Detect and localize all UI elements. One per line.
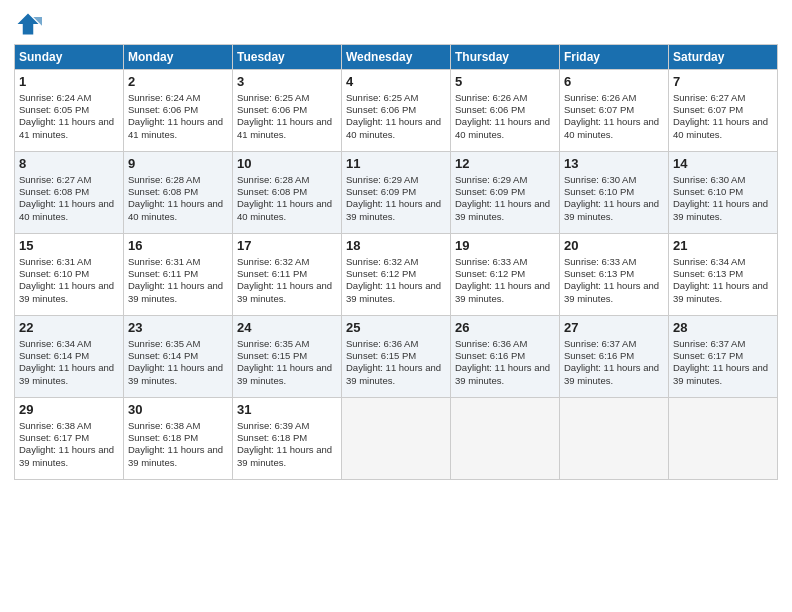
day-number: 2 [128,73,228,91]
day-info: Sunrise: 6:25 AMSunset: 6:06 PMDaylight:… [346,92,446,141]
day-number: 16 [128,237,228,255]
day-info: Sunrise: 6:37 AMSunset: 6:17 PMDaylight:… [673,338,773,387]
page: SundayMondayTuesdayWednesdayThursdayFrid… [0,0,792,612]
col-header-saturday: Saturday [669,45,778,70]
col-header-monday: Monday [124,45,233,70]
day-number: 17 [237,237,337,255]
day-number: 10 [237,155,337,173]
col-header-sunday: Sunday [15,45,124,70]
day-cell: 15Sunrise: 6:31 AMSunset: 6:10 PMDayligh… [15,234,124,316]
day-cell: 17Sunrise: 6:32 AMSunset: 6:11 PMDayligh… [233,234,342,316]
day-cell [451,398,560,480]
day-cell: 13Sunrise: 6:30 AMSunset: 6:10 PMDayligh… [560,152,669,234]
day-cell [669,398,778,480]
day-cell: 4Sunrise: 6:25 AMSunset: 6:06 PMDaylight… [342,70,451,152]
day-cell: 18Sunrise: 6:32 AMSunset: 6:12 PMDayligh… [342,234,451,316]
day-info: Sunrise: 6:38 AMSunset: 6:17 PMDaylight:… [19,420,119,469]
day-number: 22 [19,319,119,337]
day-cell: 6Sunrise: 6:26 AMSunset: 6:07 PMDaylight… [560,70,669,152]
day-cell: 3Sunrise: 6:25 AMSunset: 6:06 PMDaylight… [233,70,342,152]
day-cell: 16Sunrise: 6:31 AMSunset: 6:11 PMDayligh… [124,234,233,316]
day-cell [560,398,669,480]
day-cell: 1Sunrise: 6:24 AMSunset: 6:05 PMDaylight… [15,70,124,152]
day-number: 1 [19,73,119,91]
week-row-3: 15Sunrise: 6:31 AMSunset: 6:10 PMDayligh… [15,234,778,316]
day-number: 5 [455,73,555,91]
day-info: Sunrise: 6:29 AMSunset: 6:09 PMDaylight:… [346,174,446,223]
day-number: 11 [346,155,446,173]
day-info: Sunrise: 6:39 AMSunset: 6:18 PMDaylight:… [237,420,337,469]
day-info: Sunrise: 6:33 AMSunset: 6:13 PMDaylight:… [564,256,664,305]
day-info: Sunrise: 6:26 AMSunset: 6:07 PMDaylight:… [564,92,664,141]
day-info: Sunrise: 6:24 AMSunset: 6:06 PMDaylight:… [128,92,228,141]
day-cell: 25Sunrise: 6:36 AMSunset: 6:15 PMDayligh… [342,316,451,398]
day-cell: 7Sunrise: 6:27 AMSunset: 6:07 PMDaylight… [669,70,778,152]
day-number: 7 [673,73,773,91]
day-number: 9 [128,155,228,173]
day-cell: 22Sunrise: 6:34 AMSunset: 6:14 PMDayligh… [15,316,124,398]
day-info: Sunrise: 6:26 AMSunset: 6:06 PMDaylight:… [455,92,555,141]
week-row-2: 8Sunrise: 6:27 AMSunset: 6:08 PMDaylight… [15,152,778,234]
day-info: Sunrise: 6:31 AMSunset: 6:10 PMDaylight:… [19,256,119,305]
day-cell: 14Sunrise: 6:30 AMSunset: 6:10 PMDayligh… [669,152,778,234]
day-number: 18 [346,237,446,255]
day-info: Sunrise: 6:32 AMSunset: 6:11 PMDaylight:… [237,256,337,305]
day-cell: 31Sunrise: 6:39 AMSunset: 6:18 PMDayligh… [233,398,342,480]
week-row-4: 22Sunrise: 6:34 AMSunset: 6:14 PMDayligh… [15,316,778,398]
col-header-tuesday: Tuesday [233,45,342,70]
day-cell: 29Sunrise: 6:38 AMSunset: 6:17 PMDayligh… [15,398,124,480]
day-number: 12 [455,155,555,173]
day-number: 25 [346,319,446,337]
day-cell: 21Sunrise: 6:34 AMSunset: 6:13 PMDayligh… [669,234,778,316]
logo-icon [14,10,42,38]
calendar-table: SundayMondayTuesdayWednesdayThursdayFrid… [14,44,778,480]
day-number: 15 [19,237,119,255]
day-info: Sunrise: 6:35 AMSunset: 6:14 PMDaylight:… [128,338,228,387]
day-number: 4 [346,73,446,91]
day-number: 3 [237,73,337,91]
col-header-wednesday: Wednesday [342,45,451,70]
day-cell: 5Sunrise: 6:26 AMSunset: 6:06 PMDaylight… [451,70,560,152]
day-number: 28 [673,319,773,337]
day-cell: 20Sunrise: 6:33 AMSunset: 6:13 PMDayligh… [560,234,669,316]
day-cell: 30Sunrise: 6:38 AMSunset: 6:18 PMDayligh… [124,398,233,480]
day-cell: 11Sunrise: 6:29 AMSunset: 6:09 PMDayligh… [342,152,451,234]
day-info: Sunrise: 6:31 AMSunset: 6:11 PMDaylight:… [128,256,228,305]
day-number: 30 [128,401,228,419]
day-number: 27 [564,319,664,337]
day-cell: 10Sunrise: 6:28 AMSunset: 6:08 PMDayligh… [233,152,342,234]
day-info: Sunrise: 6:28 AMSunset: 6:08 PMDaylight:… [128,174,228,223]
week-row-5: 29Sunrise: 6:38 AMSunset: 6:17 PMDayligh… [15,398,778,480]
day-info: Sunrise: 6:38 AMSunset: 6:18 PMDaylight:… [128,420,228,469]
day-info: Sunrise: 6:29 AMSunset: 6:09 PMDaylight:… [455,174,555,223]
day-number: 29 [19,401,119,419]
svg-marker-0 [18,14,39,35]
day-info: Sunrise: 6:28 AMSunset: 6:08 PMDaylight:… [237,174,337,223]
day-cell: 9Sunrise: 6:28 AMSunset: 6:08 PMDaylight… [124,152,233,234]
header [14,10,778,38]
day-info: Sunrise: 6:32 AMSunset: 6:12 PMDaylight:… [346,256,446,305]
day-info: Sunrise: 6:30 AMSunset: 6:10 PMDaylight:… [564,174,664,223]
day-number: 8 [19,155,119,173]
day-number: 14 [673,155,773,173]
calendar-header-row: SundayMondayTuesdayWednesdayThursdayFrid… [15,45,778,70]
day-number: 23 [128,319,228,337]
day-info: Sunrise: 6:25 AMSunset: 6:06 PMDaylight:… [237,92,337,141]
day-number: 31 [237,401,337,419]
day-cell: 23Sunrise: 6:35 AMSunset: 6:14 PMDayligh… [124,316,233,398]
day-cell: 8Sunrise: 6:27 AMSunset: 6:08 PMDaylight… [15,152,124,234]
day-info: Sunrise: 6:35 AMSunset: 6:15 PMDaylight:… [237,338,337,387]
day-cell: 19Sunrise: 6:33 AMSunset: 6:12 PMDayligh… [451,234,560,316]
day-cell: 12Sunrise: 6:29 AMSunset: 6:09 PMDayligh… [451,152,560,234]
day-cell: 26Sunrise: 6:36 AMSunset: 6:16 PMDayligh… [451,316,560,398]
day-info: Sunrise: 6:36 AMSunset: 6:16 PMDaylight:… [455,338,555,387]
day-number: 13 [564,155,664,173]
day-info: Sunrise: 6:36 AMSunset: 6:15 PMDaylight:… [346,338,446,387]
day-number: 20 [564,237,664,255]
day-info: Sunrise: 6:24 AMSunset: 6:05 PMDaylight:… [19,92,119,141]
day-cell [342,398,451,480]
logo [14,10,46,38]
day-cell: 24Sunrise: 6:35 AMSunset: 6:15 PMDayligh… [233,316,342,398]
day-info: Sunrise: 6:33 AMSunset: 6:12 PMDaylight:… [455,256,555,305]
day-info: Sunrise: 6:34 AMSunset: 6:13 PMDaylight:… [673,256,773,305]
